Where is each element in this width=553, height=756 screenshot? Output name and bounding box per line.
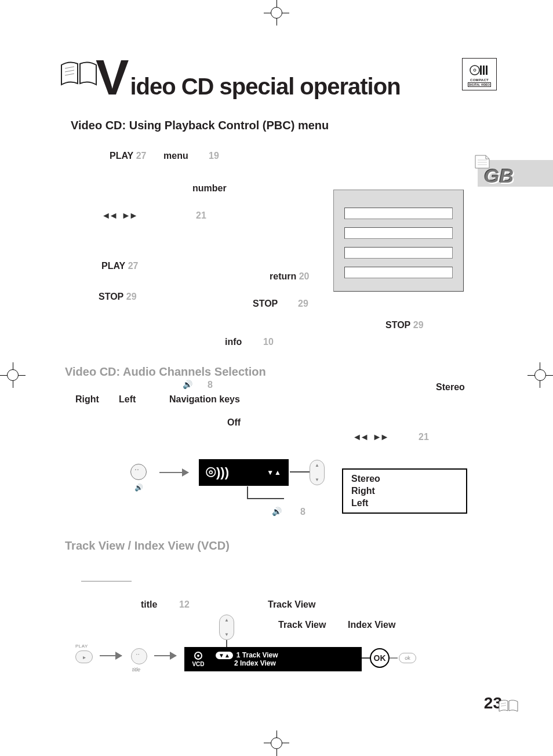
underline [81,581,132,581]
arrow-icon-3 [154,655,176,656]
section-heading-audio: Video CD: Audio Channels Selection [65,365,266,379]
option-left: Left [351,497,458,510]
remote-updown-button: ▲▼ [310,460,325,485]
key-play2: PLAY 27 [101,261,138,271]
svg-rect-5 [480,66,482,75]
section-heading-pbc: Video CD: Using Playback Control (PBC) m… [71,119,329,132]
language-code: GB [484,165,514,187]
updown-keycap: ▼▲ [216,652,233,659]
remote-play-button: ▸ [75,650,93,663]
remote-sound-button [130,464,147,480]
title-text: ideo CD special operation [130,74,400,100]
connector-line [290,471,310,472]
audio-off: Off [227,417,241,428]
remote-updown-button-2: ▲▼ [219,615,234,640]
label-trackview-1: Track View [268,599,315,610]
speaker-icon-tiny: 🔊 [134,484,143,492]
option-right: Right [351,485,458,497]
key-menu-num: 19 [209,151,219,161]
arrow-icon [159,472,188,473]
remote-ok-button: ok [399,653,416,663]
speaker-num-b: 8 [300,507,305,517]
key-info-num: 10 [263,337,274,347]
seek-num: 21 [196,210,206,221]
remote-title-button [131,648,147,664]
key-stop1: STOP 29 [99,292,137,302]
page-title: V ideo CD special operation [96,52,401,102]
audio-right: Right [75,394,99,405]
svg-point-4 [474,69,476,71]
svg-point-3 [470,66,479,75]
seek-num-2: 21 [419,432,429,442]
key-info: info [225,337,242,347]
pbc-menu-screen [333,190,464,292]
key-title: title [141,599,157,610]
book-icon [60,58,97,90]
title-dropcap: V [96,52,129,102]
seek-icons: ◄◄ ►► [101,210,136,221]
seek-icons-2: ◄◄ ►► [352,432,387,442]
book-icon-small [499,698,518,714]
svg-rect-7 [486,66,487,75]
title-button-label: title [132,667,140,673]
audio-stereo: Stereo [436,382,465,392]
vcd-osd-bar: VCD ▼▲1 Track View 2 Index View [184,647,362,671]
speaker-icon: ⦾))) [206,465,229,480]
updown-icon: ▼▲ [267,468,282,477]
key-title-num: 12 [179,599,190,610]
key-return: return 20 [270,271,309,282]
disc-icon [194,652,202,660]
section-heading-trackview: Track View / Index View (VCD) [65,539,230,553]
key-play: PLAY 27 [110,151,146,161]
speaker-icon-small: 🔊 [183,380,192,389]
key-stop2: STOP [253,299,278,309]
audio-navkeys: Navigation keys [169,394,240,405]
audio-left: Left [119,394,136,405]
label-indexview: Index View [348,620,395,630]
audio-options-box: Stereo Right Left [342,468,467,514]
player-osd: ⦾))) ▼▲ [199,459,289,486]
play-button-label: PLAY [75,644,88,649]
ok-icon: OK [370,648,390,668]
speaker-num-a: 8 [208,380,213,390]
key-stop3: STOP 29 [385,320,424,330]
label-trackview-2: Track View [278,620,326,630]
svg-rect-6 [483,66,485,75]
arrow-icon-2 [100,655,122,656]
key-number: number [192,183,227,194]
key-menu: menu [163,151,188,161]
key-stop2-num: 29 [298,299,308,309]
option-stereo: Stereo [351,473,458,485]
speaker-icon-small-2: 🔊 [272,507,282,516]
compact-disc-logo: COMPACT DIGITAL VIDEO [462,58,497,90]
